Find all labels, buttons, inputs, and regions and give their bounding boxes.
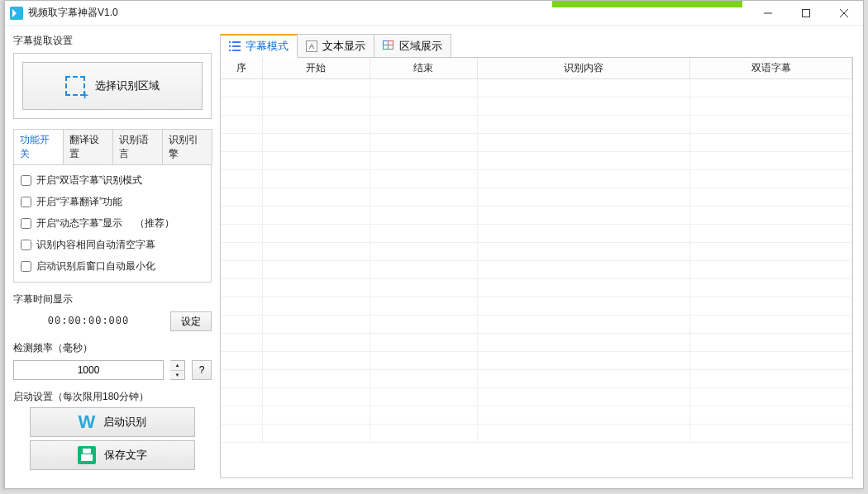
tab-zone-display[interactable]: 区域展示	[374, 34, 451, 58]
svg-rect-1	[803, 9, 810, 17]
select-area-label: 选择识别区域	[95, 78, 160, 93]
right-panel: 字幕模式 A 文本显示 区域展示 序 开始 结束	[220, 26, 863, 488]
function-switch-panel: 开启“双语字幕”识别模式 开启“字幕翻译”功能 开启“动态字幕”显示 （推荐） …	[13, 164, 212, 283]
start-settings-label: 启动设置（每次限用180分钟）	[13, 390, 212, 404]
main-window: 视频取字幕神器V1.0 字幕提取设置 选择识别区域	[4, 0, 864, 489]
extract-settings-label: 字幕提取设置	[13, 34, 212, 48]
freq-help-button[interactable]: ?	[192, 360, 212, 380]
table-row	[221, 406, 852, 425]
freq-label: 检测频率（毫秒）	[13, 341, 212, 355]
col-start[interactable]: 开始	[262, 58, 370, 79]
check-clear-box[interactable]	[21, 240, 31, 250]
select-area-button[interactable]: 选择识别区域	[22, 62, 203, 110]
text-icon: A	[306, 40, 317, 52]
table-row	[221, 334, 852, 352]
left-panel: 字幕提取设置 选择识别区域 功能开关 翻译设置 识别语言 识别引擎 开启“双语字…	[5, 26, 220, 488]
table-row	[221, 116, 852, 134]
table-row	[221, 370, 852, 388]
table-row	[221, 261, 852, 279]
table-row	[221, 316, 852, 334]
check-bilingual-box[interactable]	[21, 175, 31, 186]
freq-input[interactable]	[13, 360, 164, 380]
table-row	[221, 152, 852, 170]
table-row	[221, 225, 852, 243]
set-time-button[interactable]: 设定	[170, 311, 212, 331]
list-icon	[229, 41, 241, 51]
spinner-down[interactable]: ▼	[170, 371, 184, 380]
table-container[interactable]: 序 开始 结束 识别内容 双语字幕	[220, 57, 853, 478]
table-row	[221, 279, 852, 297]
tab-text-display[interactable]: A 文本显示	[297, 34, 374, 58]
tab-function-switch[interactable]: 功能开关	[13, 129, 64, 164]
subtitle-table: 序 开始 结束 识别内容 双语字幕	[221, 58, 852, 443]
table-row	[221, 79, 852, 97]
tab-translate-settings[interactable]: 翻译设置	[63, 129, 113, 164]
table-row	[221, 207, 852, 225]
table-body	[221, 79, 852, 443]
col-bilingual[interactable]: 双语字幕	[690, 58, 852, 79]
table-row	[221, 388, 852, 406]
check-dynamic-box[interactable]	[21, 218, 31, 229]
app-icon	[10, 7, 23, 20]
tab-engine[interactable]: 识别引擎	[162, 129, 212, 164]
spinner-up[interactable]: ▲	[170, 361, 184, 371]
check-translate-box[interactable]	[21, 197, 31, 207]
tab-subtitle-mode[interactable]: 字幕模式	[220, 34, 298, 58]
select-area-icon	[65, 76, 85, 96]
table-row	[221, 134, 852, 152]
table-row	[221, 425, 852, 443]
table-row	[221, 170, 852, 188]
time-display-label: 字幕时间显示	[13, 292, 212, 306]
check-minimize[interactable]: 启动识别后窗口自动最小化	[21, 259, 204, 273]
right-tabs: 字幕模式 A 文本显示 区域展示	[220, 34, 853, 58]
table-row	[221, 97, 852, 116]
table-row	[221, 352, 852, 370]
check-minimize-box[interactable]	[21, 261, 31, 272]
start-recognize-label: 启动识别	[103, 415, 146, 430]
select-area-panel: 选择识别区域	[13, 53, 212, 119]
table-row	[221, 243, 852, 261]
zone-icon	[383, 41, 394, 51]
col-content[interactable]: 识别内容	[477, 58, 690, 79]
tab-language[interactable]: 识别语言	[112, 129, 163, 164]
save-text-button[interactable]: 保存文字	[30, 440, 195, 470]
check-translate[interactable]: 开启“字幕翻译”功能	[21, 195, 204, 209]
time-value: 00:00:00:000	[13, 316, 164, 327]
check-clear[interactable]: 识别内容相同自动清空字幕	[21, 238, 204, 252]
close-button[interactable]	[825, 1, 863, 26]
maximize-button[interactable]	[787, 1, 825, 26]
col-end[interactable]: 结束	[370, 58, 477, 79]
check-dynamic[interactable]: 开启“动态字幕”显示 （推荐）	[21, 216, 204, 230]
save-text-label: 保存文字	[104, 448, 147, 463]
start-recognize-button[interactable]: W 启动识别	[30, 407, 195, 437]
window-title: 视频取字幕神器V1.0	[28, 6, 118, 20]
col-seq[interactable]: 序	[221, 58, 262, 79]
freq-spinner[interactable]: ▲ ▼	[170, 360, 185, 380]
w-icon: W	[79, 411, 96, 433]
check-bilingual[interactable]: 开启“双语字幕”识别模式	[21, 173, 204, 188]
table-row	[221, 188, 852, 207]
table-row	[221, 297, 852, 316]
titlebar[interactable]: 视频取字幕神器V1.0	[5, 1, 863, 26]
minimize-button[interactable]	[749, 1, 787, 26]
left-tabs: 功能开关 翻译设置 识别语言 识别引擎	[13, 129, 212, 164]
header-stripe	[552, 1, 742, 7]
save-icon	[78, 446, 96, 464]
